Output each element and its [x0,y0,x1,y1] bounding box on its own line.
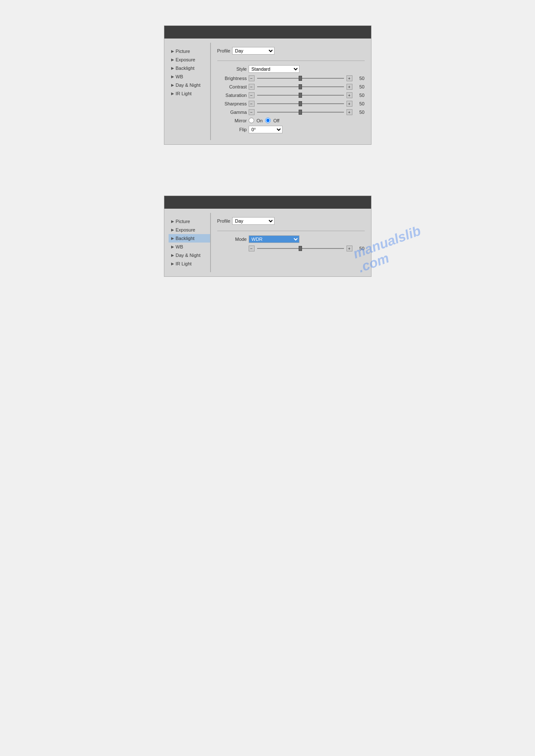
wdr-slider-container [256,248,345,249]
saturation-thumb[interactable] [299,93,302,98]
panel2-sidebar-item-daynight[interactable]: ▶ Day & Night [169,251,210,259]
sharpness-track [257,103,344,104]
panel1-flip-row: Flip 0° 90° 180° 270° [217,126,365,133]
arrow-icon-wb2: ▶ [171,245,174,249]
panel2-sidebar-item-irlight[interactable]: ▶ IR Light [169,259,210,268]
panel1-window: ▶ Picture ▶ Exposure ▶ Backlight ▶ WB ▶ [164,25,371,145]
gamma-thumb[interactable] [299,110,302,115]
panel1-saturation-label: Saturation [217,93,247,98]
arrow-icon-irlight: ▶ [171,91,174,96]
mirror-radio-group: On Off [249,118,280,123]
panel2-body: ▶ Picture ▶ Exposure ▶ Backlight ▶ WB ▶ [164,209,371,276]
panel2-mode-select[interactable]: WDR BLC HLC Off [249,235,299,243]
arrow-icon-picture: ▶ [171,49,174,53]
panel1-profile-row: Profile Day Night [217,47,365,55]
gamma-plus-btn[interactable]: + [347,109,352,115]
sidebar-item-daynight[interactable]: ▶ Day & Night [169,81,210,89]
panel2-header [164,196,371,209]
arrow-icon-wb: ▶ [171,74,174,79]
brightness-minus-btn[interactable]: − [249,75,255,81]
arrow-icon-exposure: ▶ [171,58,174,62]
panel2-mode-label: Mode [217,237,247,242]
panel2-profile-label: Profile [217,218,230,223]
panel1-flip-select[interactable]: 0° 90° 180° 270° [249,126,283,133]
sidebar-item-backlight[interactable]: ▶ Backlight [169,64,210,72]
sharpness-slider-container [256,103,345,104]
panel1-gamma-label: Gamma [217,110,247,115]
brightness-plus-btn[interactable]: + [347,75,352,81]
panel1-profile-label: Profile [217,48,230,53]
panel1-mirror-label: Mirror [217,118,247,123]
panel1-contrast-row: Contrast − + 50 [217,84,365,90]
wdr-value: 50 [354,246,365,251]
saturation-value: 50 [354,93,365,98]
separator2 [217,231,365,231]
saturation-track [257,95,344,96]
sidebar-item-wb[interactable]: ▶ WB [169,72,210,81]
panel2: ▶ Picture ▶ Exposure ▶ Backlight ▶ WB ▶ [102,196,433,277]
panel1-brightness-label: Brightness [217,76,247,81]
panel1-body: ▶ Picture ▶ Exposure ▶ Backlight ▶ WB ▶ [164,39,371,144]
panel2-sidebar-item-wb[interactable]: ▶ WB [169,243,210,251]
sharpness-thumb[interactable] [299,101,302,106]
arrow-icon-daynight: ▶ [171,83,174,87]
brightness-value: 50 [354,76,365,81]
panel2-profile-select[interactable]: Day Night [232,217,274,225]
panel2-profile-row: Profile Day Night [217,217,365,225]
panel2-window: ▶ Picture ▶ Exposure ▶ Backlight ▶ WB ▶ [164,196,371,277]
arrow-icon-picture2: ▶ [171,219,174,223]
contrast-thumb[interactable] [299,84,302,89]
panel2-sidebar-item-exposure[interactable]: ▶ Exposure [169,226,210,234]
saturation-plus-btn[interactable]: + [347,92,352,98]
panel1-style-select[interactable]: Standard Vivid Natural [249,65,299,73]
panel1-sidebar: ▶ Picture ▶ Exposure ▶ Backlight ▶ WB ▶ [164,43,211,140]
panel2-sidebar-item-picture[interactable]: ▶ Picture [169,217,210,226]
sidebar-item-exposure[interactable]: ▶ Exposure [169,55,210,64]
panel1-gamma-row: Gamma − + 50 [217,109,365,115]
sharpness-value: 50 [354,101,365,106]
separator1 [217,61,365,61]
contrast-value: 50 [354,84,365,89]
panel1-contrast-label: Contrast [217,84,247,89]
gamma-minus-btn[interactable]: − [249,109,255,115]
panel2-sidebar-item-backlight[interactable]: ▶ Backlight [169,234,210,243]
panel1-profile-select[interactable]: Day Night [232,47,274,55]
contrast-minus-btn[interactable]: − [249,84,255,90]
contrast-slider-container [256,86,345,87]
mirror-on-radio[interactable] [249,118,254,123]
spacer [102,170,433,196]
panel1-sharpness-label: Sharpness [217,101,247,106]
panel2-sidebar: ▶ Picture ▶ Exposure ▶ Backlight ▶ WB ▶ [164,213,211,272]
panel1-saturation-row: Saturation − + 50 [217,92,365,98]
brightness-track [257,78,344,79]
panel1: ▶ Picture ▶ Exposure ▶ Backlight ▶ WB ▶ [102,25,433,145]
gamma-track [257,112,344,113]
panel2-main: Profile Day Night Mode WDR BLC HLC Off [211,213,371,272]
contrast-plus-btn[interactable]: + [347,84,352,90]
arrow-icon-irlight2: ▶ [171,262,174,266]
mirror-off-label: Off [273,118,279,123]
arrow-icon-backlight: ▶ [171,66,174,70]
arrow-icon-exposure2: ▶ [171,228,174,232]
mirror-on-label: On [257,118,263,123]
panel1-main: Profile Day Night Style Standard Vivid N… [211,43,371,140]
arrow-icon-daynight2: ▶ [171,253,174,257]
sidebar-item-picture[interactable]: ▶ Picture [169,47,210,55]
sharpness-plus-btn[interactable]: + [347,101,352,107]
panel1-header [164,26,371,39]
panel2-wdr-row: − + 50 [217,246,365,251]
gamma-value: 50 [354,110,365,115]
brightness-thumb[interactable] [299,76,302,81]
wdr-plus-btn[interactable]: + [347,246,352,251]
sharpness-minus-btn[interactable]: − [249,101,255,107]
brightness-slider-container [256,78,345,79]
sidebar-item-irlight[interactable]: ▶ IR Light [169,89,210,98]
panel1-flip-label: Flip [217,127,247,132]
panel1-mirror-row: Mirror On Off [217,118,365,123]
contrast-track [257,86,344,87]
saturation-minus-btn[interactable]: − [249,92,255,98]
wdr-minus-btn[interactable]: − [249,246,255,251]
mirror-off-radio[interactable] [265,118,271,123]
panel2-mode-row: Mode WDR BLC HLC Off [217,235,365,243]
wdr-thumb[interactable] [299,246,302,251]
